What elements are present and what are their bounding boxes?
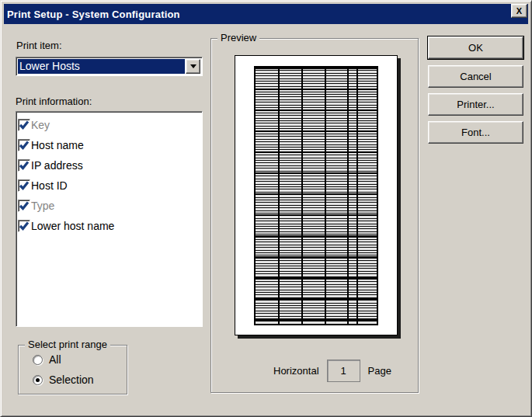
- screen: Print Setup - System Configuration X Pri…: [0, 0, 532, 417]
- page-count-row: Horizontal 1 Page: [273, 360, 391, 382]
- list-item-label: Key: [31, 119, 50, 131]
- list-item-label: Host name: [31, 139, 84, 151]
- close-icon: X: [516, 6, 522, 16]
- horizontal-label: Horizontal: [273, 365, 319, 377]
- checkbox-checked-icon[interactable]: [18, 139, 30, 151]
- print-item-label: Print item:: [16, 40, 62, 51]
- checkbox-checked-icon[interactable]: [18, 220, 30, 232]
- list-item-label: IP address: [31, 159, 83, 172]
- list-item-label: Lower host name: [31, 220, 114, 232]
- cancel-button[interactable]: Cancel: [428, 65, 523, 88]
- preview-page: [235, 55, 398, 335]
- list-item-host-name[interactable]: Host name: [18, 135, 200, 155]
- print-range-group: Select print range All Selection: [18, 345, 127, 394]
- combobox-dropdown-button[interactable]: [186, 59, 200, 74]
- print-setup-dialog: Print Setup - System Configuration X Pri…: [0, 0, 532, 417]
- radio-selected-icon[interactable]: [33, 375, 43, 385]
- ok-button[interactable]: OK: [428, 36, 523, 59]
- print-information-listbox[interactable]: Key Host name IP address Host ID: [16, 111, 203, 327]
- page-label: Page: [368, 365, 391, 377]
- title-bar: Print Setup - System Configuration: [4, 4, 528, 24]
- checkbox-checked-icon[interactable]: [18, 200, 30, 212]
- radio-label: Selection: [49, 374, 94, 386]
- chevron-down-icon: [190, 64, 196, 68]
- print-information-label: Print information:: [16, 96, 92, 107]
- checkbox-checked-icon[interactable]: [18, 159, 30, 172]
- font-button[interactable]: Font...: [428, 121, 523, 144]
- list-item-key[interactable]: Key: [18, 115, 200, 135]
- list-item-label: Host ID: [31, 179, 68, 192]
- horizontal-page-count-field[interactable]: 1: [327, 360, 360, 382]
- checkbox-checked-icon[interactable]: [18, 119, 30, 131]
- list-item-lower-host-name[interactable]: Lower host name: [18, 216, 200, 236]
- close-button[interactable]: X: [511, 4, 527, 18]
- print-range-group-label: Select print range: [25, 339, 110, 351]
- preview-table-grid: [254, 66, 378, 325]
- print-item-selected-value: Lower Hosts: [18, 59, 185, 74]
- radio-option-all[interactable]: All: [33, 354, 61, 365]
- list-item-host-id[interactable]: Host ID: [18, 175, 200, 196]
- radio-unselected-icon[interactable]: [33, 355, 43, 365]
- dialog-title: Print Setup - System Configuration: [7, 9, 180, 20]
- preview-group: Preview Horizontal 1 Page: [210, 38, 419, 393]
- printer-button[interactable]: Printer...: [428, 93, 523, 116]
- radio-option-selection[interactable]: Selection: [33, 374, 94, 385]
- radio-label: All: [49, 353, 61, 366]
- preview-group-label: Preview: [217, 32, 259, 44]
- print-item-combobox[interactable]: Lower Hosts: [16, 57, 203, 76]
- list-item-ip-address[interactable]: IP address: [18, 155, 200, 175]
- list-item-label: Type: [31, 200, 54, 212]
- checkbox-checked-icon[interactable]: [18, 179, 30, 192]
- list-item-type[interactable]: Type: [18, 196, 200, 216]
